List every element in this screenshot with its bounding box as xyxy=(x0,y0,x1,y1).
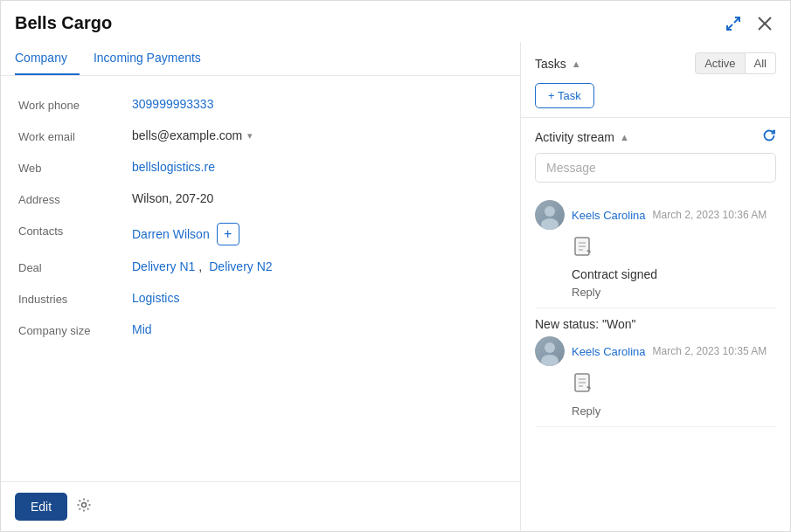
svg-point-4 xyxy=(82,503,87,508)
field-label-company-size: Company size xyxy=(18,322,132,337)
content-area: Company Incoming Payments Work phone 309… xyxy=(1,42,790,531)
field-label-industries: Industries xyxy=(18,291,132,306)
field-label-contacts: Contacts xyxy=(18,223,132,238)
activity-time-1: March 2, 2023 10:36 AM xyxy=(653,209,767,221)
field-label-address: Address xyxy=(18,191,132,206)
tasks-chevron-icon: ▲ xyxy=(572,59,581,69)
activity-status-text-2: New status: "Won" xyxy=(535,317,776,331)
activity-label: Activity stream xyxy=(535,130,614,144)
field-value-web[interactable]: bellslogistics.re xyxy=(132,160,503,174)
field-value-company-size[interactable]: Mid xyxy=(132,322,503,336)
avatar-1 xyxy=(535,200,565,230)
fields-area: Work phone 309999993333 Work email bells… xyxy=(1,76,520,481)
activity-section: Activity stream ▲ Message xyxy=(521,118,790,531)
activity-content-1: Contract signed Reply xyxy=(572,235,776,299)
field-value-address: Wilson, 207-20 xyxy=(132,191,503,205)
tasks-label: Tasks xyxy=(535,57,566,71)
toggle-active-button[interactable]: Active xyxy=(695,52,745,74)
field-company-size: Company size Mid xyxy=(18,315,503,347)
message-input[interactable]: Message xyxy=(535,153,776,183)
add-task-button[interactable]: + Task xyxy=(535,83,594,108)
refresh-icon[interactable] xyxy=(762,128,776,146)
field-value-deal: Delivery N1 , Delivery N2 xyxy=(132,259,273,273)
activity-chevron-icon: ▲ xyxy=(620,132,629,142)
field-label-deal: Deal xyxy=(18,259,132,274)
tasks-section: Tasks ▲ Active All + Task xyxy=(521,42,790,118)
field-value-industries[interactable]: Logistics xyxy=(132,291,503,305)
tasks-header: Tasks ▲ Active All xyxy=(535,52,776,74)
activity-entry-1: Keels Carolina March 2, 2023 10:36 AM xyxy=(535,191,776,308)
deal-separator: , xyxy=(198,259,202,273)
contract-icon-2 xyxy=(572,371,776,400)
activity-author-1[interactable]: Keels Carolina xyxy=(572,209,646,222)
right-panel: Tasks ▲ Active All + Task Activity strea… xyxy=(521,42,790,531)
settings-icon[interactable] xyxy=(76,497,92,516)
tab-incoming-payments[interactable]: Incoming Payments xyxy=(94,42,213,75)
field-industries: Industries Logistics xyxy=(18,284,503,315)
contact-name[interactable]: Darren Wilson xyxy=(132,227,210,241)
tasks-toggle-group: Active All xyxy=(695,52,776,74)
toggle-all-button[interactable]: All xyxy=(746,52,776,74)
svg-point-6 xyxy=(541,218,559,230)
tabs-bar: Company Incoming Payments xyxy=(1,42,520,76)
field-value-work-phone[interactable]: 309999993333 xyxy=(132,97,503,111)
close-icon[interactable] xyxy=(753,14,776,33)
activity-entry-2: New status: "Won" Keels Carol xyxy=(535,308,776,427)
app-title: Bells Cargo xyxy=(15,13,112,33)
field-work-phone: Work phone 309999993333 xyxy=(18,90,503,121)
svg-point-12 xyxy=(541,355,559,366)
field-address: Address Wilson, 207-20 xyxy=(18,184,503,216)
header-icons xyxy=(722,14,776,33)
activity-author-2[interactable]: Keels Carolina xyxy=(572,345,646,358)
left-footer: Edit xyxy=(1,481,520,531)
tasks-title[interactable]: Tasks ▲ xyxy=(535,57,581,71)
activity-meta-2: Keels Carolina March 2, 2023 10:35 AM xyxy=(535,336,776,366)
activity-meta-1: Keels Carolina March 2, 2023 10:36 AM xyxy=(535,200,776,230)
email-text: bells@example.com xyxy=(132,128,242,142)
left-panel: Company Incoming Payments Work phone 309… xyxy=(1,42,521,531)
reply-link-2[interactable]: Reply xyxy=(572,404,600,418)
field-contacts: Contacts Darren Wilson + xyxy=(18,216,503,252)
field-label-work-phone: Work phone xyxy=(18,97,132,112)
svg-point-11 xyxy=(545,342,555,353)
field-value-contacts: Darren Wilson + xyxy=(132,223,239,245)
contract-icon-1 xyxy=(572,235,776,264)
field-label-web: Web xyxy=(18,160,132,175)
add-contact-button[interactable]: + xyxy=(217,223,239,245)
chevron-down-icon[interactable]: ▾ xyxy=(247,130,253,142)
main-container: Bells Cargo Compan xyxy=(0,0,791,532)
deal-1[interactable]: Delivery N1 xyxy=(132,259,195,273)
deal-2[interactable]: Delivery N2 xyxy=(209,259,272,273)
tab-company[interactable]: Company xyxy=(15,42,80,75)
field-value-work-email[interactable]: bells@example.com ▾ xyxy=(132,128,253,142)
field-web: Web bellslogistics.re xyxy=(18,153,503,184)
edit-button[interactable]: Edit xyxy=(15,493,67,521)
reply-link-1[interactable]: Reply xyxy=(572,286,600,299)
activity-feed: Keels Carolina March 2, 2023 10:36 AM xyxy=(521,191,790,531)
header: Bells Cargo xyxy=(1,1,790,42)
field-deal: Deal Delivery N1 , Delivery N2 xyxy=(18,252,503,284)
svg-point-5 xyxy=(545,206,555,217)
activity-stream-title[interactable]: Activity stream ▲ xyxy=(535,130,629,144)
activity-time-2: March 2, 2023 10:35 AM xyxy=(653,345,767,357)
field-work-email: Work email bells@example.com ▾ xyxy=(18,121,503,153)
avatar-2 xyxy=(535,336,565,366)
activity-header: Activity stream ▲ xyxy=(521,118,790,153)
activity-content-2: Reply xyxy=(572,371,776,418)
field-label-work-email: Work email xyxy=(18,128,132,143)
activity-text-1: Contract signed xyxy=(572,267,776,281)
expand-icon[interactable] xyxy=(722,14,745,33)
